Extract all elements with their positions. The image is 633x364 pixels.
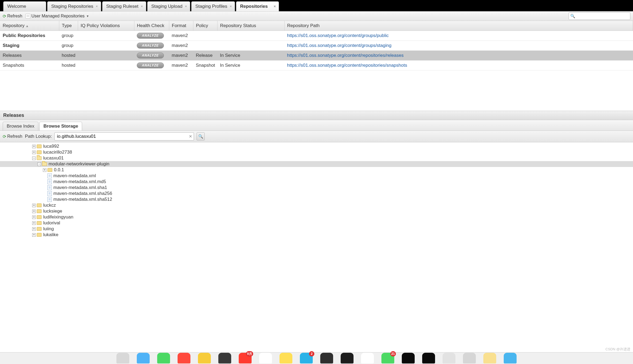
analyze-button[interactable]: ANALYZE [137, 62, 164, 68]
dock-app-icon[interactable] [402, 353, 415, 363]
dock-app-icon[interactable]: 2 [300, 353, 313, 363]
column-header[interactable]: Health Check [134, 21, 169, 31]
dock-app-icon[interactable] [361, 353, 374, 363]
path-lookup-search-button[interactable]: 🔍 [197, 132, 205, 140]
dock-app-icon[interactable] [116, 353, 129, 363]
analyze-button[interactable]: ANALYZE [137, 33, 164, 39]
expand-icon[interactable]: + [32, 210, 36, 213]
tree-node[interactable]: +luiing [0, 226, 633, 232]
dock-app-icon[interactable] [157, 353, 170, 363]
collapse-icon[interactable]: − [38, 162, 41, 166]
analyze-button[interactable]: ANALYZE [137, 53, 164, 58]
tab-staging-profiles[interactable]: Staging Profiles× [191, 1, 235, 11]
table-cell: In Service [217, 61, 284, 70]
subtab-browse-storage[interactable]: Browse Storage [39, 122, 82, 131]
tree-node[interactable]: −modular-networkviewer-plugin [0, 161, 633, 167]
tab-repositories[interactable]: Repositories× [236, 1, 279, 11]
tree-node[interactable]: +ludifeixingyuan [0, 214, 633, 220]
column-header[interactable]: IQ Policy Violations [78, 21, 134, 31]
tree-node[interactable]: +lucksiege [0, 208, 633, 214]
dock-app-icon[interactable] [463, 353, 476, 363]
dock-app-icon[interactable] [137, 353, 150, 363]
close-icon[interactable]: × [229, 5, 233, 8]
expand-icon[interactable]: + [32, 216, 36, 219]
tree-node[interactable]: +lukalike [0, 232, 633, 238]
tree-node[interactable]: maven-metadata.xml.sha1 [0, 185, 633, 191]
tree-node[interactable]: +ludorival [0, 220, 633, 226]
dock-app-icon[interactable] [178, 353, 190, 363]
repository-path-link[interactable]: https://s01.oss.sonatype.org/content/gro… [287, 33, 389, 38]
tree-node[interactable]: maven-metadata.xml.sha512 [0, 196, 633, 202]
column-header[interactable]: Format [169, 21, 193, 31]
collapse-icon[interactable]: − [32, 157, 36, 160]
dock-app-icon[interactable] [443, 353, 455, 363]
tree-label: ludorival [43, 220, 60, 226]
close-icon[interactable]: × [184, 5, 188, 8]
tree-label: luca992 [43, 144, 59, 149]
repository-path-link[interactable]: https://s01.oss.sonatype.org/content/gro… [287, 43, 391, 48]
table-row[interactable]: StaginggroupANALYZEmaven2https://s01.oss… [0, 41, 633, 51]
tab-staging-repositories[interactable]: Staging Repositories× [47, 1, 101, 11]
refresh-button[interactable]: ⟳ Refresh [3, 14, 22, 19]
tree-node[interactable]: +0.0.1 [0, 167, 633, 173]
repository-path-link[interactable]: https://s01.oss.sonatype.org/content/rep… [287, 63, 407, 68]
dock-app-icon[interactable] [198, 353, 211, 363]
expand-icon[interactable]: + [32, 227, 36, 231]
analyze-button[interactable]: ANALYZE [137, 43, 164, 49]
search-icon: 🔍 [198, 134, 203, 139]
table-cell: ANALYZE [134, 41, 169, 51]
expand-icon[interactable]: + [32, 204, 36, 207]
repositories-table: Repository▲TypeIQ Policy ViolationsHealt… [0, 21, 633, 70]
search-input[interactable] [569, 12, 630, 20]
expand-icon[interactable]: + [32, 221, 36, 225]
expand-icon[interactable]: + [32, 233, 36, 237]
dock-app-icon[interactable]: 9月 [239, 353, 252, 363]
tab-welcome[interactable]: Welcome [3, 1, 46, 11]
tab-staging-upload[interactable]: Staging Upload× [147, 1, 190, 11]
clear-icon[interactable]: ✕ [189, 134, 192, 139]
user-managed-repos-dropdown[interactable]: User Managed Repositories ▼ [25, 14, 89, 18]
table-cell: In Service [217, 51, 284, 61]
column-header[interactable]: Policy [193, 21, 217, 31]
close-icon[interactable]: × [95, 5, 99, 8]
dock-app-icon[interactable] [218, 353, 231, 363]
detail-refresh-button[interactable]: ⟳ Refresh [3, 134, 22, 139]
table-row[interactable]: Public RepositoriesgroupANALYZEmaven2htt… [0, 31, 633, 41]
dock-app-icon[interactable] [279, 353, 292, 363]
tree-node[interactable]: −lucasxu01 [0, 155, 633, 161]
column-header[interactable]: Repository Path [284, 21, 633, 31]
path-lookup-input[interactable] [54, 132, 194, 140]
close-icon[interactable]: × [273, 5, 277, 8]
dock-app-icon[interactable] [422, 353, 435, 363]
dock-app-icon[interactable] [259, 353, 272, 363]
expand-icon[interactable]: + [32, 145, 36, 148]
tab-staging-ruleset[interactable]: Staging Ruleset× [102, 1, 146, 11]
dock-app-icon[interactable]: 21 [381, 353, 394, 363]
table-row[interactable]: ReleaseshostedANALYZEmaven2ReleaseIn Ser… [0, 51, 633, 61]
table-row[interactable]: SnapshotshostedANALYZEmaven2SnapshotIn S… [0, 61, 633, 70]
tree-node[interactable]: +luckcz [0, 202, 633, 208]
tree-node[interactable]: maven-metadata.xml.sha256 [0, 191, 633, 196]
close-icon[interactable]: × [140, 5, 144, 8]
detail-refresh-label: Refresh [7, 134, 22, 139]
subtab-browse-index[interactable]: Browse Index [3, 122, 38, 131]
expand-icon[interactable]: + [43, 168, 46, 172]
dock-app-icon[interactable] [483, 353, 496, 363]
column-header[interactable]: Type [59, 21, 78, 31]
tree-node[interactable]: +lucacirillo2738 [0, 149, 633, 155]
tab-label: Repositories [240, 4, 268, 9]
expand-icon[interactable]: + [32, 151, 36, 154]
tree-label: modular-networkviewer-plugin [49, 161, 109, 167]
tree-label: 0.0.1 [54, 167, 64, 173]
repository-path-link[interactable]: https://s01.oss.sonatype.org/content/rep… [287, 53, 404, 58]
tree-node[interactable]: +luca992 [0, 143, 633, 149]
lookup-bar: ⟳ Refresh Path Lookup: ✕ 🔍 [0, 131, 633, 142]
tree-node[interactable]: maven-metadata.xml.md5 [0, 179, 633, 185]
dock-app-icon[interactable] [341, 353, 354, 363]
column-header[interactable]: Repository▲ [0, 21, 59, 31]
table-cell: Staging [0, 41, 59, 51]
dock-app-icon[interactable] [504, 353, 517, 363]
tree-node[interactable]: maven-metadata.xml [0, 173, 633, 179]
column-header[interactable]: Repository Status [217, 21, 284, 31]
dock-app-icon[interactable] [320, 353, 333, 363]
